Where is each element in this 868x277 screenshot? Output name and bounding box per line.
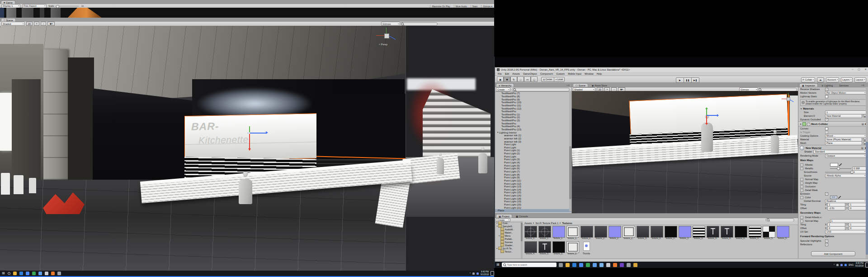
shading-mode-dropdown[interactable]: Shaded▾	[1, 22, 25, 26]
edge-icon[interactable]	[572, 263, 576, 267]
texture-slot[interactable]	[800, 189, 803, 192]
inspector-row[interactable]: MeshPlane◉	[798, 141, 868, 145]
unity-icon[interactable]	[606, 263, 610, 267]
texture-tile[interactable]	[665, 226, 677, 238]
tray-icon[interactable]	[844, 264, 847, 266]
language-indicator[interactable]: ENG	[849, 263, 854, 266]
effects-toggle-icon[interactable]: ▣▾	[47, 22, 55, 26]
hierarchy-item[interactable]: TextMeshPro (1)	[495, 113, 571, 116]
foldout-arrow-icon[interactable]: ▼	[497, 131, 499, 134]
component-enabled-checkbox[interactable]	[807, 123, 810, 126]
hierarchy-item[interactable]: TextMeshPro (11)	[495, 104, 571, 107]
hierarchy-item[interactable]: Point Light (7)	[495, 170, 571, 173]
hierarchy-item[interactable]: ▼Lighting Interior	[495, 131, 571, 134]
texture-tile[interactable]	[566, 241, 579, 253]
inspector-row[interactable]: ◦Normal Map	[798, 177, 868, 181]
settings-icon[interactable]	[627, 263, 631, 267]
scrollbar-thumb[interactable]	[866, 142, 868, 255]
texture-tile[interactable]	[623, 226, 635, 238]
game-view-content[interactable]	[0, 8, 494, 18]
menu-edit[interactable]: Edit	[505, 72, 509, 75]
toggle-2d-button[interactable]: 2D	[26, 22, 33, 26]
start-button[interactable]: ⊞	[2, 272, 5, 275]
checkbox[interactable]	[825, 239, 828, 243]
project-folder[interactable]: Scenes	[496, 240, 521, 244]
texture-tile[interactable]	[777, 226, 789, 238]
texture-tile[interactable]	[707, 226, 719, 238]
minimize-button[interactable]: –	[852, 68, 853, 71]
hierarchy-item[interactable]: TextMeshPro (10)	[495, 101, 571, 104]
tab-project[interactable]: ▤ Project	[496, 214, 512, 218]
texture-tile[interactable]	[763, 226, 775, 238]
layout-dropdown[interactable]: Layout▾	[854, 77, 866, 82]
inspector-row[interactable]: Rendering ModeOpaque▾	[798, 154, 868, 158]
tab-game[interactable]: ◆ Game	[1, 0, 15, 4]
step-button[interactable]: ▶❚	[692, 77, 699, 83]
hierarchy-item[interactable]: asansor isik (1)	[495, 134, 571, 137]
hierarchy-item[interactable]: Point Light	[495, 143, 571, 146]
texture-tile[interactable]	[735, 226, 747, 238]
scene-orientation-gizmo[interactable]: < Persp	[373, 28, 399, 48]
hierarchy-item[interactable]: asansor isik (3)	[495, 140, 571, 143]
tab-console[interactable]: ▦ Console	[513, 214, 531, 218]
checkbox[interactable]	[825, 127, 828, 130]
audio-toggle-icon[interactable]: ♪	[41, 22, 46, 26]
project-folder[interactable]: ▸Menu	[496, 234, 521, 237]
tab-hierarchy[interactable]: ≡ Hierarchy	[496, 83, 514, 87]
dropdown-field[interactable]: Albedo Alpha▾	[825, 174, 867, 178]
scrollbar-thumb[interactable]	[569, 146, 571, 199]
play-button[interactable]: ▶	[676, 77, 684, 83]
hierarchy-item[interactable]: Point Light (14)	[495, 188, 571, 191]
pivot-center-button[interactable]: ◎ Center	[541, 77, 554, 82]
dropdown-field[interactable]: UV0▾	[825, 230, 867, 234]
maximize-button[interactable]: ▢	[858, 68, 860, 71]
hierarchy-item[interactable]: TextMeshPro (2)	[495, 116, 571, 119]
checkbox[interactable]	[825, 118, 828, 121]
layers-dropdown[interactable]: Layers▾	[841, 77, 853, 82]
game-toolbar-maximize-on-play[interactable]: Maximize On Play	[430, 5, 451, 8]
menu-component[interactable]: Component	[540, 72, 553, 75]
hierarchy-item[interactable]: TextMeshPro (8)	[495, 95, 571, 98]
hierarchy-item[interactable]: TextMeshPro (12)	[495, 107, 571, 110]
hierarchy-search-input[interactable]	[512, 88, 570, 91]
project-folder[interactable]: Shader..	[496, 244, 521, 247]
notification-icon[interactable]	[865, 263, 868, 267]
store-icon[interactable]	[32, 272, 36, 275]
texture-tile[interactable]	[609, 226, 621, 238]
task-view-icon[interactable]	[559, 263, 563, 267]
component-header[interactable]: ▼Mesh Collider▤✱	[798, 121, 868, 127]
lighting-toggle-icon[interactable]: ☀	[34, 22, 39, 26]
inspector-row[interactable]: Emission	[798, 192, 868, 196]
game-toolbar-mute-audio[interactable]: Mute Audio	[454, 5, 468, 8]
shader-dropdown[interactable]: Standard▾	[813, 150, 867, 154]
hierarchy-item[interactable]: Point Light (15)	[495, 191, 571, 194]
menu-assets[interactable]: Assets	[512, 72, 520, 75]
tray-icon[interactable]	[476, 272, 479, 275]
hierarchy-item[interactable]: TextMeshPro (9)	[495, 98, 571, 101]
texture-tile[interactable]	[721, 226, 733, 238]
texture-slot[interactable]	[800, 181, 803, 185]
texture-tile[interactable]	[651, 226, 663, 238]
checkbox[interactable]	[825, 192, 828, 196]
texture-slot[interactable]	[800, 163, 803, 167]
add-component-button[interactable]: Add Component	[811, 251, 855, 256]
inspector-row[interactable]: Lightmap Static	[798, 95, 868, 98]
inspector-row[interactable]: Motion VectorsPer Object Motion▾	[798, 91, 868, 95]
hierarchy-item[interactable]: Point Light (16)	[495, 194, 571, 197]
tray-icon[interactable]	[472, 272, 475, 275]
preset-icon[interactable]: ▤	[861, 147, 863, 149]
inspector-row[interactable]: OffsetX-2.51Y0	[798, 206, 868, 210]
hierarchy-item[interactable]: Point Light (1)	[495, 149, 571, 152]
scene-viewport[interactable]: BAR- Kitchenette	[0, 26, 494, 271]
dropdown-field[interactable]: Opaque▾	[825, 154, 867, 158]
game-toolbar-gizmos[interactable]: Gizmos ▾	[481, 5, 494, 8]
texture-slot[interactable]	[800, 178, 803, 181]
breadcrumb-item[interactable]: Textures	[562, 222, 572, 224]
tray-icon[interactable]	[836, 264, 839, 266]
scale-slider[interactable]	[55, 6, 79, 6]
account-dropdown[interactable]: Account▾	[826, 77, 839, 82]
collab-dropdown[interactable]: ⟳ Collab▾	[801, 77, 815, 82]
project-folder[interactable]: Prefab..	[496, 237, 521, 240]
visual-studio-icon[interactable]	[620, 263, 624, 267]
checkbox[interactable]	[825, 95, 828, 98]
